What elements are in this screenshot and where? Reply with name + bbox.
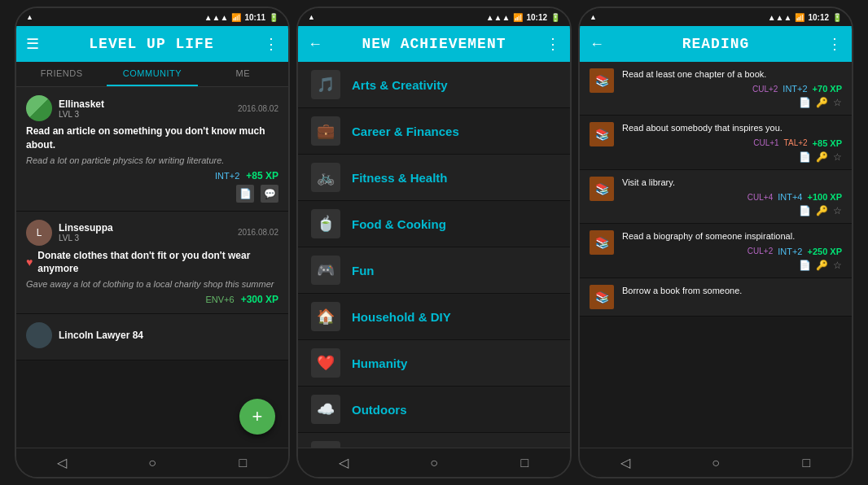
reading-item-2[interactable]: 📚 Read about somebody that inspires you.…: [580, 116, 852, 169]
scroll-action-2[interactable]: 📄: [799, 151, 811, 163]
category-household[interactable]: 🏠 Household & DIY: [298, 294, 570, 340]
category-humanity[interactable]: ❤️ Humanity: [298, 340, 570, 387]
more-icon-2[interactable]: ⋮: [546, 35, 560, 53]
reading-list: 📚 Read at least one chapter of a book. C…: [580, 62, 852, 448]
nav-back-1[interactable]: ◁: [46, 453, 78, 473]
cat-label-household: Household & DIY: [352, 310, 451, 324]
cat-label-humanity: Humanity: [352, 356, 407, 370]
reading-stats-4: CUL+2 INT+2 +250 XP: [622, 247, 842, 256]
star-action-3[interactable]: ☆: [833, 205, 842, 216]
cat-icon-arts: 🎵: [311, 70, 340, 99]
back-icon-3[interactable]: ←: [590, 36, 604, 53]
user-info-2: Linsesuppa LVL 3: [59, 222, 238, 242]
bottom-nav-3: ◁ ○ □: [580, 448, 852, 477]
cat-icon-outdoors: ☁️: [311, 395, 340, 424]
stat-xp-2: +300 XP: [241, 294, 278, 305]
nav-back-3[interactable]: ◁: [609, 453, 642, 473]
header-title-3: READING: [682, 36, 750, 52]
stat-cul-4: CUL+2: [747, 247, 773, 256]
cat-label-fitness: Fitness & Health: [352, 171, 448, 185]
app-title-1: LEVEL UP LIFE: [89, 36, 213, 52]
bottom-nav-2: ◁ ○ □: [298, 448, 570, 477]
feed-title-1: Read an article on something you don't k…: [26, 125, 278, 152]
phones-container: ▲ ▲▲▲ 📶 10:11 🔋 ☰ LEVEL UP LIFE ⋮ FRIEND…: [15, 7, 853, 478]
category-food[interactable]: 🍵 Food & Cooking: [298, 201, 570, 247]
signal-icon-2: ▲▲▲: [486, 13, 511, 22]
category-reading[interactable]: 📖 Reading: [298, 433, 570, 448]
reading-actions-3: 📄 🔑 ☆: [622, 205, 842, 216]
battery-icon-1: 🔋: [269, 13, 278, 22]
status-right-1: ▲▲▲ 📶 10:11 🔋: [204, 13, 278, 22]
sim-icon-1: ▲: [26, 13, 33, 21]
reading-title-2: Read about somebody that inspires you.: [622, 122, 842, 134]
cat-icon-fitness: 🚲: [311, 163, 340, 192]
category-outdoors[interactable]: ☁️ Outdoors: [298, 387, 570, 433]
scroll-action-1[interactable]: 📄: [799, 97, 811, 108]
nav-recent-3[interactable]: □: [790, 453, 822, 473]
tab-friends[interactable]: FRIENDS: [16, 62, 107, 86]
reading-xp-4: +250 XP: [807, 247, 842, 256]
battery-icon-3: 🔋: [832, 13, 842, 22]
key-action-1[interactable]: 🔑: [816, 97, 828, 108]
scroll-action-4[interactable]: 📄: [799, 260, 811, 271]
cat-icon-reading: 📖: [311, 441, 340, 448]
status-bar-1: ▲ ▲▲▲ 📶 10:11 🔋: [16, 8, 288, 26]
cat-icon-fun: 🎮: [311, 256, 340, 285]
stat-cul-1: CUL+2: [752, 85, 778, 94]
bookmark-action-1[interactable]: 📄: [236, 185, 254, 203]
category-arts[interactable]: 🎵 Arts & Creativity: [298, 62, 570, 108]
more-icon-1[interactable]: ⋮: [264, 35, 278, 53]
reading-icon-2: 📚: [590, 122, 614, 146]
category-fun[interactable]: 🎮 Fun: [298, 247, 570, 294]
header-1: ☰ LEVEL UP LIFE ⋮: [16, 26, 288, 62]
sim-icon-3: ▲: [590, 13, 597, 21]
phone-1: ▲ ▲▲▲ 📶 10:11 🔋 ☰ LEVEL UP LIFE ⋮ FRIEND…: [15, 7, 290, 478]
reading-item-5[interactable]: 📚 Borrow a book from someone.: [580, 278, 852, 317]
menu-icon-1[interactable]: ☰: [26, 35, 39, 53]
feed-note-1: Read a lot on particle physics for writi…: [26, 155, 278, 165]
username-2: Linsesuppa: [59, 222, 238, 234]
avatar-1: [26, 95, 52, 121]
status-left-3: ▲: [590, 13, 597, 21]
user-info-1: Ellinasket LVL 3: [59, 98, 238, 119]
nav-recent-1[interactable]: □: [226, 453, 259, 473]
cat-icon-household: 🏠: [311, 302, 340, 331]
reading-item-1[interactable]: 📚 Read at least one chapter of a book. C…: [580, 62, 852, 116]
key-action-4[interactable]: 🔑: [816, 260, 828, 271]
stat-cul-3: CUL+4: [747, 193, 773, 202]
fab-button-1[interactable]: +: [239, 399, 275, 435]
nav-back-2[interactable]: ◁: [327, 453, 360, 473]
nav-home-3[interactable]: ○: [699, 453, 732, 473]
nav-home-1[interactable]: ○: [136, 453, 169, 473]
cat-label-outdoors: Outdoors: [352, 403, 407, 417]
status-time-3: 10:12: [808, 13, 829, 22]
star-action-2[interactable]: ☆: [833, 151, 842, 163]
user-info-3: Lincoln Lawyer 84: [59, 330, 278, 341]
cat-label-career: Career & Finances: [352, 125, 459, 138]
phone-3: ▲ ▲▲▲ 📶 10:12 🔋 ← READING ⋮ 📚 Read at le…: [578, 7, 853, 478]
stat-cul-2: CUL+1: [753, 138, 778, 147]
status-right-2: ▲▲▲ 📶 10:12 🔋: [486, 13, 560, 22]
heart-row: ♥ Donate clothes that don't fit or you d…: [26, 249, 278, 277]
reading-xp-2: +85 XP: [813, 138, 842, 148]
cat-icon-career: 💼: [311, 116, 340, 146]
category-fitness[interactable]: 🚲 Fitness & Health: [298, 155, 570, 201]
more-icon-3[interactable]: ⋮: [827, 35, 842, 53]
reading-title-4: Read a biography of someone inspirationa…: [622, 230, 842, 242]
comment-action-1[interactable]: 💬: [261, 185, 278, 203]
tab-community[interactable]: COMMUNITY: [107, 62, 197, 86]
star-action-1[interactable]: ☆: [833, 97, 842, 108]
cat-label-arts: Arts & Creativity: [352, 78, 448, 92]
nav-home-2[interactable]: ○: [418, 453, 450, 473]
star-action-4[interactable]: ☆: [833, 260, 842, 271]
tab-me[interactable]: ME: [198, 62, 288, 86]
category-career[interactable]: 💼 Career & Finances: [298, 108, 570, 155]
back-icon-2[interactable]: ←: [308, 36, 322, 53]
reading-item-3[interactable]: 📚 Visit a library. CUL+4 INT+4 +100 XP 📄…: [580, 170, 852, 224]
key-action-2[interactable]: 🔑: [816, 151, 828, 163]
reading-item-4[interactable]: 📚 Read a biography of someone inspiratio…: [580, 224, 852, 277]
feed-stats-1: INT+2 +85 XP: [26, 170, 278, 181]
scroll-action-3[interactable]: 📄: [799, 205, 811, 216]
nav-recent-2[interactable]: □: [508, 453, 541, 473]
key-action-3[interactable]: 🔑: [816, 205, 828, 216]
